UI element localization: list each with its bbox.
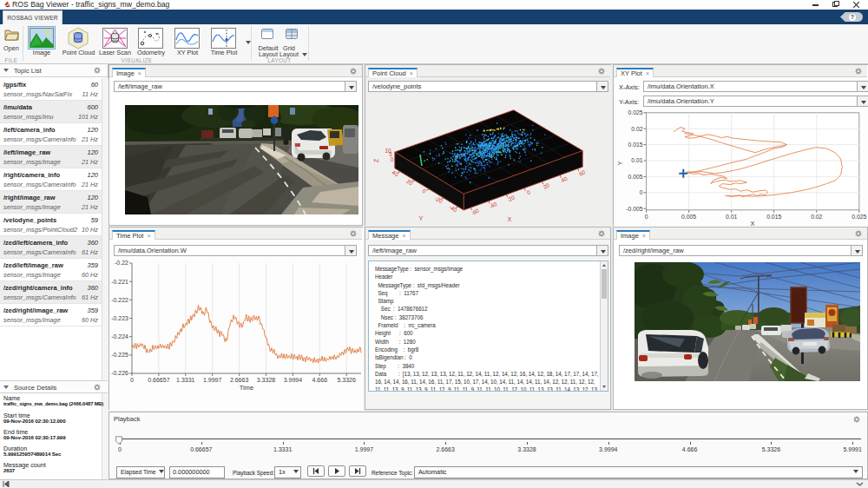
svg-text:Z: Z bbox=[373, 158, 379, 162]
svg-text:0: 0 bbox=[391, 156, 394, 162]
svg-text:0.02: 0.02 bbox=[811, 214, 822, 220]
svg-text:2.6663: 2.6663 bbox=[230, 377, 249, 383]
svg-text:-0.005: -0.005 bbox=[626, 206, 642, 212]
svg-text:0: 0 bbox=[130, 377, 134, 383]
svg-text:0.015: 0.015 bbox=[766, 214, 781, 220]
svg-text:5.3326: 5.3326 bbox=[337, 377, 356, 383]
svg-text:Y: Y bbox=[616, 161, 624, 165]
svg-text:0.02: 0.02 bbox=[631, 126, 642, 132]
svg-text:0: 0 bbox=[645, 214, 648, 220]
svg-text:Y: Y bbox=[419, 214, 424, 222]
svg-text:-0.221: -0.221 bbox=[111, 279, 128, 285]
svg-text:4.666: 4.666 bbox=[312, 377, 328, 383]
svg-text:0.015: 0.015 bbox=[628, 142, 642, 148]
svg-text:0.66657: 0.66657 bbox=[148, 377, 169, 383]
svg-text:-0.225: -0.225 bbox=[111, 352, 128, 358]
svg-text:0.025: 0.025 bbox=[852, 214, 866, 220]
svg-text:-0.222: -0.222 bbox=[111, 297, 128, 303]
svg-text:-0.223: -0.223 bbox=[111, 315, 128, 321]
svg-text:X: X bbox=[750, 220, 754, 227]
svg-text:Time: Time bbox=[240, 384, 253, 392]
svg-text:0.005: 0.005 bbox=[628, 174, 642, 180]
svg-text:0.01: 0.01 bbox=[631, 157, 642, 163]
svg-text:0.005: 0.005 bbox=[681, 214, 696, 220]
svg-text:3.9994: 3.9994 bbox=[284, 377, 303, 383]
svg-text:1.3331: 1.3331 bbox=[176, 377, 195, 383]
svg-text:1.9997: 1.9997 bbox=[203, 377, 222, 383]
svg-text:0.025: 0.025 bbox=[628, 109, 642, 115]
svg-text:0: 0 bbox=[640, 189, 643, 195]
svg-text:-0.226: -0.226 bbox=[111, 370, 128, 376]
svg-text:0.01: 0.01 bbox=[726, 214, 737, 220]
svg-text:3.3328: 3.3328 bbox=[257, 377, 276, 383]
svg-text:X: X bbox=[508, 215, 512, 223]
svg-text:-0.224: -0.224 bbox=[111, 333, 128, 340]
svg-text:-0.22: -0.22 bbox=[115, 260, 128, 266]
